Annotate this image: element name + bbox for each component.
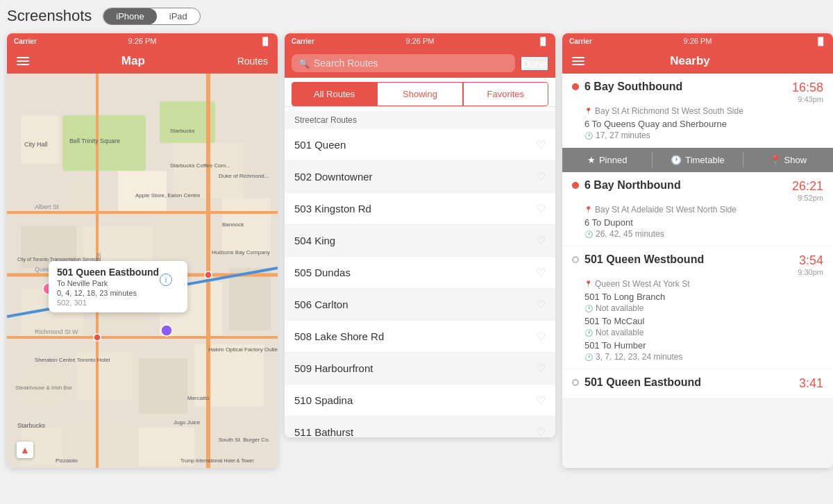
svg-text:Apple Store, Eaton Centre: Apple Store, Eaton Centre [135, 192, 201, 199]
route-name-6n: 6 Bay Northbound [584, 179, 681, 192]
route-501[interactable]: 501 Queen ♡ [285, 129, 555, 161]
carrier-1: Carrier [14, 37, 37, 45]
page-title: Screenshots [7, 7, 92, 25]
favorite-icon[interactable]: ♡ [536, 266, 546, 279]
show-label: Show [784, 155, 807, 165]
svg-point-36 [161, 325, 172, 336]
svg-rect-20 [69, 421, 132, 466]
device-toggle[interactable]: iPhone iPad [103, 8, 201, 25]
dot-red-1 [572, 83, 579, 90]
streetcar-header: Streetcar Routes [285, 111, 555, 129]
menu-icon-3[interactable] [572, 57, 584, 65]
route-511[interactable]: 511 Bathurst ♡ [285, 417, 555, 437]
favorite-icon[interactable]: ♡ [536, 170, 546, 183]
favorite-icon[interactable]: ♡ [536, 362, 546, 375]
favorite-icon[interactable]: ♡ [536, 330, 546, 343]
svg-rect-3 [21, 115, 59, 164]
routes-list[interactable]: Streetcar Routes 501 Queen ♡ 502 Downtow… [285, 111, 555, 437]
favorite-icon[interactable]: ♡ [536, 426, 546, 437]
route-503[interactable]: 503 Kingston Rd ♡ [285, 193, 555, 225]
status-bar-3: Carrier 9:26 PM ▐▌ [562, 33, 833, 49]
nearby-item-6-north[interactable]: 6 Bay Northbound 26:21 9:52pm 📍 Bay St A… [562, 172, 833, 246]
tabs-row: All Routes Showing Favorites [285, 82, 555, 107]
nearby-item-6-south[interactable]: 6 Bay Southbound 16:58 9:43pm 📍 Bay St A… [562, 74, 833, 147]
search-input[interactable]: Search Routes [314, 58, 378, 69]
route-502[interactable]: 502 Downtowner ♡ [285, 161, 555, 193]
route-504[interactable]: 504 King ♡ [285, 225, 555, 257]
svg-text:Duke of Richmond...: Duke of Richmond... [219, 173, 269, 179]
screen3-nearby: Carrier 9:26 PM ▐▌ Nearby [562, 33, 833, 468]
minutes-501w-3: 🕐 3, 7, 12, 23, 24 minutes [584, 352, 823, 362]
svg-text:Pizzaiolo: Pizzaiolo [56, 457, 78, 464]
svg-text:Trump International Hotel & To: Trump International Hotel & Tower [180, 458, 254, 464]
screen1-map: Carrier 9:26 PM ▐▌ Map Routes [7, 33, 278, 468]
tooltip-routes: 502, 301 [57, 299, 179, 307]
tab-favorites[interactable]: Favorites [463, 82, 548, 106]
dest-501w-2: 501 To McCaul [584, 316, 823, 326]
route-time-501e: 3:41 [799, 376, 823, 391]
svg-text:Hakim Optical Factory Outlet: Hakim Optical Factory Outlet [208, 346, 278, 353]
route-name-501e: 501 Queen Eastbound [584, 376, 701, 389]
minutes-501w-2: 🕐 Not available [584, 328, 823, 337]
battery-2: ▐▌ [537, 37, 548, 45]
tab-showing[interactable]: Showing [377, 82, 462, 106]
nav-bar-3: Nearby [562, 49, 833, 74]
search-icon: 🔍 [298, 58, 310, 69]
search-bar: 🔍 Search Routes Done [285, 49, 555, 78]
page-header: Screenshots iPhone iPad [7, 7, 826, 25]
show-button[interactable]: 📍 Show [743, 148, 833, 172]
info-icon[interactable]: i [160, 274, 172, 286]
location-icon[interactable]: ▲ [17, 442, 33, 458]
menu-icon[interactable] [17, 57, 29, 65]
status-bar-1: Carrier 9:26 PM ▐▌ [7, 33, 278, 49]
route-510[interactable]: 510 Spadina ♡ [285, 385, 555, 417]
favorite-icon[interactable]: ♡ [536, 234, 546, 247]
timetable-button[interactable]: 🕐 Timetable [653, 148, 742, 172]
route-name-501w: 501 Queen Westbound [584, 253, 704, 266]
route-505[interactable]: 505 Dundas ♡ [285, 257, 555, 289]
search-input-wrap[interactable]: 🔍 Search Routes [292, 54, 515, 72]
route-508[interactable]: 508 Lake Shore Rd ♡ [285, 321, 555, 353]
nearby-item-501e[interactable]: 501 Queen Eastbound 3:41 [562, 369, 833, 398]
route-506[interactable]: 506 Carlton ♡ [285, 289, 555, 321]
route-time-6s: 16:58 [792, 81, 823, 95]
favorite-icon[interactable]: ♡ [536, 138, 546, 151]
tab-all-routes[interactable]: All Routes [292, 82, 377, 106]
nearby-item-501w[interactable]: 501 Queen Westbound 3:54 9:30pm 📍 Queen … [562, 246, 833, 369]
done-button[interactable]: Done [521, 56, 548, 71]
carrier-3: Carrier [569, 37, 592, 45]
stop-6s: 📍 Bay St At Richmond St West South Side [584, 106, 823, 116]
svg-text:Mercatto: Mercatto [187, 395, 210, 401]
dot-red-2 [572, 182, 579, 189]
routes-button[interactable]: Routes [237, 56, 268, 67]
map-container[interactable]: Bay St Albert St Queen St W Richmond St … [7, 74, 278, 468]
pin-icon: 📍 [770, 155, 781, 165]
svg-text:Jugo Juice: Jugo Juice [174, 419, 201, 426]
route-time-sub-6s: 9:43pm [792, 95, 823, 103]
svg-text:City Hall: City Hall [24, 141, 48, 148]
route-time-501w: 3:54 [798, 253, 823, 268]
minutes-501w-1: 🕐 Not available [584, 303, 823, 313]
screens-row: Carrier 9:26 PM ▐▌ Map Routes [7, 33, 826, 468]
favorite-icon[interactable]: ♡ [536, 298, 546, 311]
time-2: 9:26 PM [406, 37, 435, 45]
route-time-sub-6n: 9:52pm [792, 194, 823, 202]
star-icon: ★ [587, 155, 596, 165]
ipad-button[interactable]: iPad [157, 8, 200, 24]
svg-text:Richmond St W: Richmond St W [35, 328, 78, 335]
minutes-6s: 🕐 17, 27 minutes [584, 131, 823, 140]
clock-icon: 🕐 [671, 155, 682, 165]
favorite-icon[interactable]: ♡ [536, 202, 546, 215]
route-509[interactable]: 509 Harbourfront ♡ [285, 353, 555, 385]
nearby-list[interactable]: 6 Bay Southbound 16:58 9:43pm 📍 Bay St A… [562, 74, 833, 468]
pinned-label: Pinned [599, 155, 627, 165]
favorite-icon[interactable]: ♡ [536, 394, 546, 407]
timetable-label: Timetable [685, 155, 725, 165]
route-time-sub-501w: 9:30pm [798, 268, 823, 276]
pinned-button[interactable]: ★ Pinned [562, 148, 652, 172]
svg-text:Albert St: Albert St [35, 203, 59, 210]
svg-text:Bell Trinity Square: Bell Trinity Square [69, 137, 120, 144]
dest-501w-1: 501 To Long Branch [584, 292, 823, 302]
tooltip-times: 0, 4, 12, 18, 23 minutes [57, 289, 179, 297]
iphone-button[interactable]: iPhone [103, 8, 156, 24]
